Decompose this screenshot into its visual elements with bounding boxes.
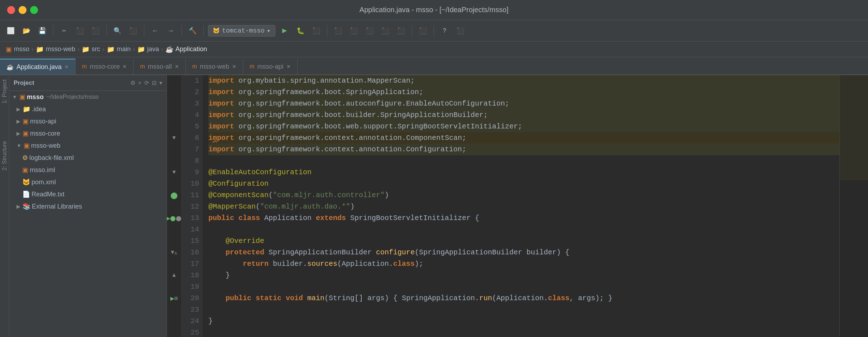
- window-title: Application.java - msso - [~/IdeaProject…: [360, 6, 508, 14]
- ln-19: 19: [181, 281, 199, 293]
- breadcrumb-main-label: main: [117, 45, 131, 53]
- tree-arrow-msso-web: ▼: [16, 143, 21, 148]
- tab-msso-api[interactable]: m msso-api ✕: [243, 59, 297, 74]
- breadcrumb-sep-5: ›: [161, 45, 163, 53]
- tree-label-msso-iml: msso.iml: [30, 166, 55, 174]
- vcs-revert-btn[interactable]: ⬛: [395, 24, 408, 37]
- maximize-button[interactable]: [30, 6, 38, 14]
- tree-item-idea[interactable]: ▶ 📁 .idea: [9, 103, 167, 115]
- pkg-4: org.springframework.boot.builder.: [238, 109, 380, 121]
- coverage-button[interactable]: ⬛: [310, 24, 323, 37]
- refactor-btn[interactable]: ⬛: [416, 24, 429, 37]
- tree-collapse-btn[interactable]: ⊟: [152, 79, 156, 86]
- toolbar-paste-btn[interactable]: ⬛: [89, 24, 102, 37]
- toolbar-new-btn[interactable]: ⬜: [4, 24, 17, 37]
- toolbar-copy-btn[interactable]: ⬛: [73, 24, 86, 37]
- minimize-button[interactable]: [19, 6, 26, 14]
- tree-item-readme[interactable]: 📄 ReadMe.txt: [9, 188, 167, 200]
- gutter-8: [167, 155, 181, 167]
- code-editor[interactable]: ▼ ▼ ⬤ ▶⬤⬤ ▼⚠ ▲ ▶⊞ 1: [167, 75, 868, 337]
- cls-1: MapperScan: [367, 75, 410, 87]
- run-config-label: tomcat-msso: [222, 27, 265, 34]
- code-line-17: return builder.sources(Application.class…: [208, 258, 839, 270]
- vcs-commit-btn[interactable]: ⬛: [347, 24, 360, 37]
- params-close: ) {: [556, 247, 569, 258]
- tree-root-label: msso: [27, 93, 44, 101]
- gutter-20: ▶⊞: [167, 293, 181, 304]
- code-line-23: [208, 304, 839, 316]
- breadcrumb-msso-label: msso: [14, 45, 29, 53]
- toolbar-save-btn[interactable]: 💾: [36, 24, 49, 37]
- tree-item-logback[interactable]: ⚙ logback-file.xml: [9, 152, 167, 164]
- tree-sync-btn[interactable]: ⟳: [144, 79, 149, 86]
- tab-close-msso-api[interactable]: ✕: [286, 64, 291, 69]
- breadcrumb-msso-web[interactable]: 📁 msso-web: [36, 45, 75, 53]
- semi-4: ;: [483, 109, 488, 121]
- code-line-12: @MapperScan("com.mljr.auth.dao.*"): [208, 201, 839, 213]
- close-button[interactable]: [7, 6, 15, 14]
- toolbar: ⬜ 📂 💾 ✂ ⬛ ⬛ 🔍 ⬛ ← → 🔨 🐱 tomcat-msso ▾ ▶ …: [0, 20, 868, 41]
- tree-module-icon-iml: ▣: [22, 166, 28, 174]
- tab-close-msso-all[interactable]: ✕: [175, 64, 179, 69]
- type-builder2: SpringApplicationBuilder: [419, 247, 526, 258]
- settings-btn[interactable]: ⬛: [454, 24, 467, 37]
- kw-import-1: import: [208, 75, 238, 87]
- debug-button[interactable]: 🐛: [294, 24, 307, 37]
- tab-msso-web-label: msso-web: [200, 63, 229, 70]
- semi-5: ;: [518, 121, 522, 132]
- breadcrumb-main[interactable]: 📁 main: [107, 45, 131, 53]
- code-line-13: public class Application extends SpringB…: [208, 213, 839, 224]
- breadcrumb-application[interactable]: ☕ Application: [165, 45, 207, 53]
- run-config-icon: 🐱: [213, 27, 220, 34]
- breadcrumb-src[interactable]: 📁 src: [82, 45, 100, 53]
- indent-15: [208, 235, 226, 247]
- toolbar-cut-btn[interactable]: ✂: [58, 24, 71, 37]
- tab-msso-web[interactable]: m msso-web ✕: [186, 59, 243, 74]
- tab-application-java[interactable]: ☕ Application.java ✕: [0, 59, 76, 74]
- toolbar-build-btn[interactable]: 🔨: [186, 24, 199, 37]
- breadcrumb-java[interactable]: 📁 java: [137, 45, 159, 53]
- run-button[interactable]: ▶: [278, 24, 291, 37]
- panel-label-project[interactable]: 1: Project: [0, 75, 9, 108]
- toolbar-forward-btn[interactable]: →: [164, 24, 177, 37]
- panel-label-structure[interactable]: 2: Structure: [0, 137, 9, 175]
- tab-close-msso-core[interactable]: ✕: [122, 64, 127, 69]
- gutter-17: [167, 258, 181, 270]
- tree-cog-btn[interactable]: ⚙: [130, 79, 135, 86]
- breadcrumb-msso[interactable]: ▣ msso: [6, 45, 29, 53]
- tree-item-pom[interactable]: 🐱 pom.xml: [9, 176, 167, 188]
- kw-import-6: i: [208, 132, 213, 144]
- semi-2: ;: [419, 87, 423, 98]
- toolbar-find-btn[interactable]: 🔍: [111, 24, 124, 37]
- tree-item-external-libs[interactable]: ▶ 📚 External Libraries: [9, 200, 167, 213]
- tree-header-title: Project: [14, 79, 127, 87]
- tree-item-msso-iml[interactable]: ▣ msso.iml: [9, 164, 167, 176]
- tab-msso-core[interactable]: m msso-core ✕: [76, 59, 134, 74]
- tree-item-msso-api[interactable]: ▶ ▣ msso-api: [9, 115, 167, 127]
- breadcrumb-sep-2: ›: [77, 45, 79, 53]
- kw-void: void: [286, 293, 307, 304]
- kw-class-1: class: [238, 213, 264, 224]
- ln-17: 17: [181, 258, 199, 270]
- tab-msso-all[interactable]: m msso-all ✕: [134, 59, 185, 74]
- ln-1: 1: [181, 75, 199, 87]
- run-configuration-selector[interactable]: 🐱 tomcat-msso ▾: [208, 25, 275, 36]
- toolbar-open-btn[interactable]: 📂: [20, 24, 33, 37]
- code-content[interactable]: import org.mybatis.spring.annotation.Map…: [203, 75, 839, 337]
- vcs-update-btn[interactable]: ⬛: [332, 24, 344, 37]
- type-builder: SpringApplicationBuilder: [269, 247, 376, 258]
- tree-root-msso[interactable]: ▼ ▣ msso ~/IdeaProjects/msso: [9, 91, 167, 103]
- tree-add-btn[interactable]: +: [138, 80, 141, 86]
- tree-gear-btn[interactable]: ▾: [159, 79, 162, 86]
- tab-close-msso-web[interactable]: ✕: [232, 64, 236, 69]
- tab-close-application[interactable]: ✕: [64, 64, 69, 70]
- code-area: ▼ ▼ ⬤ ▶⬤⬤ ▼⚠ ▲ ▶⊞ 1: [167, 75, 868, 337]
- toolbar-replace-btn[interactable]: ⬛: [127, 24, 140, 37]
- vcs-push-btn[interactable]: ⬛: [363, 24, 376, 37]
- help-btn[interactable]: ?: [438, 24, 451, 37]
- toolbar-back-btn[interactable]: ←: [149, 24, 161, 37]
- tree-item-msso-core[interactable]: ▶ ▣ msso-core: [9, 127, 167, 140]
- gutter-3: [167, 98, 181, 109]
- vcs-history-btn[interactable]: ⬛: [379, 24, 392, 37]
- tree-item-msso-web[interactable]: ▼ ▣ msso-web: [9, 140, 167, 152]
